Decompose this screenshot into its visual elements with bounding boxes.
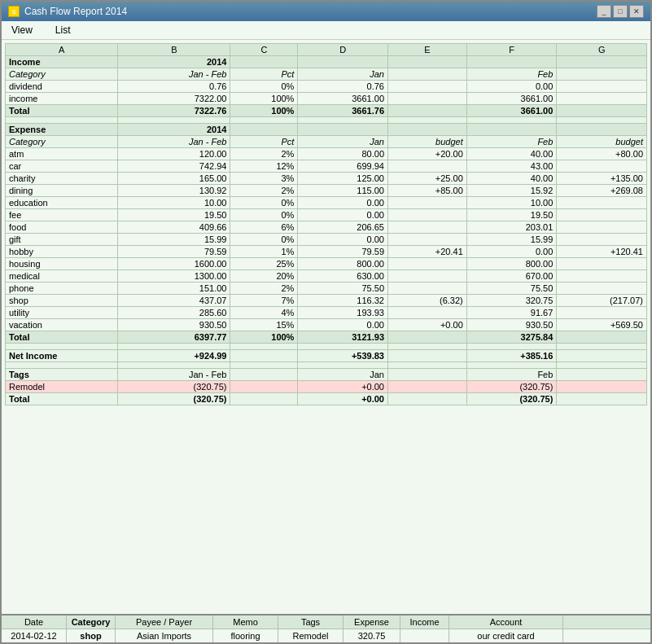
window-controls: _ □ ✕ [597, 5, 644, 18]
transaction-memo: flooring [213, 629, 278, 642]
close-button[interactable]: ✕ [629, 5, 644, 18]
bottom-col-date: Date [2, 616, 67, 629]
bottom-col-payee: Payee / Payer [116, 616, 213, 629]
expense-total-row: Total 6397.77 100% 3121.93 3275.84 [6, 331, 647, 344]
income-cat-e [388, 68, 467, 81]
expense-cat-header: Category Jan - Feb Pct Jan budget Feb bu… [6, 136, 647, 148]
bottom-col-expense: Expense [344, 616, 400, 629]
bottom-col-tags: Tags [278, 616, 344, 629]
bottom-col-category: Category [67, 616, 116, 629]
blank-row-3 [6, 362, 647, 369]
income-cat-c: Pct [230, 68, 298, 81]
app-icon: $ [8, 6, 20, 17]
title-bar-left: $ Cash Flow Report 2014 [8, 6, 127, 17]
transaction-payee: Asian Imports [116, 629, 213, 642]
col-header-c: C [230, 44, 298, 56]
income-dividend-row: dividend 0.76 0% 0.76 0.00 [6, 81, 647, 93]
col-header-e: E [388, 44, 467, 56]
bottom-panel: Date Category Payee / Payer Memo Tags Ex… [2, 614, 650, 642]
expense-fee-row: fee 19.50 0% 0.00 19.50 [6, 209, 647, 221]
income-cat-a: Category [6, 68, 118, 81]
transaction-expense: 320.75 [344, 629, 400, 642]
minimize-button[interactable]: _ [597, 5, 611, 18]
expense-hobby-row: hobby 79.59 1% 79.59 +20.41 0.00 +120.41 [6, 246, 647, 258]
income-year-g [557, 56, 647, 68]
income-income-row: income 7322.00 100% 3661.00 3661.00 [6, 93, 647, 105]
expense-header-row: Expense 2014 [6, 124, 647, 136]
transaction-account: our credit card [449, 629, 563, 642]
column-header-row: A B C D E F G [6, 44, 647, 56]
transaction-date: 2014-02-12 [2, 629, 67, 642]
col-header-a: A [6, 44, 118, 56]
menu-bar: View List [2, 21, 650, 40]
col-header-d: D [298, 44, 388, 56]
bottom-data-row: 2014-02-12 shop Asian Imports flooring R… [2, 629, 650, 642]
tags-header-row: Tags Jan - Feb Jan Feb [6, 369, 647, 381]
income-cat-f: Feb [466, 68, 557, 81]
expense-label: Expense [6, 124, 118, 136]
window-title: Cash Flow Report 2014 [24, 6, 127, 17]
bottom-col-account: Account [449, 616, 563, 629]
expense-charity-row: charity 165.00 3% 125.00 +25.00 40.00 +1… [6, 173, 647, 185]
income-year-d [298, 56, 388, 68]
bottom-col-memo: Memo [213, 616, 278, 629]
income-total-row: Total 7322.76 100% 3661.76 3661.00 [6, 105, 647, 117]
blank-row-2 [6, 344, 647, 350]
transaction-tags: Remodel [278, 629, 344, 642]
income-year-f [466, 56, 557, 68]
income-cat-b: Jan - Feb [118, 68, 230, 81]
expense-medical-row: medical 1300.00 20% 630.00 670.00 [6, 270, 647, 283]
col-header-f: F [466, 44, 557, 56]
menu-list[interactable]: List [52, 24, 74, 37]
income-year-c [230, 56, 298, 68]
expense-utility-row: utility 285.60 4% 193.93 91.67 [6, 307, 647, 319]
transaction-income [400, 629, 449, 642]
report-table: A B C D E F G Income 2014 C [5, 43, 647, 405]
expense-housing-row: housing 1600.00 25% 800.00 800.00 [6, 258, 647, 270]
expense-atm-row: atm 120.00 2% 80.00 +20.00 40.00 +80.00 [6, 148, 647, 160]
income-year: 2014 [118, 56, 230, 68]
report-content: A B C D E F G Income 2014 C [2, 40, 650, 614]
col-header-g: G [557, 44, 647, 56]
blank-row-1 [6, 117, 647, 124]
income-header-row: Income 2014 [6, 56, 647, 68]
net-income-row: Net Income +924.99 +539.83 +385.16 [6, 350, 647, 362]
expense-car-row: car 742.94 12% 699.94 43.00 [6, 160, 647, 173]
expense-shop-row: shop 437.07 7% 116.32 (6.32) 320.75 (217… [6, 295, 647, 307]
income-label: Income [6, 56, 118, 68]
menu-view[interactable]: View [8, 24, 36, 37]
tags-remodel-row: Remodel (320.75) +0.00 (320.75) [6, 381, 647, 393]
transaction-category: shop [67, 629, 116, 642]
expense-dining-row: dining 130.92 2% 115.00 +85.00 15.92 +26… [6, 185, 647, 197]
income-cat-g [557, 68, 647, 81]
expense-year: 2014 [118, 124, 230, 136]
main-window: $ Cash Flow Report 2014 _ □ ✕ View List … [0, 0, 652, 644]
col-header-b: B [118, 44, 230, 56]
expense-gift-row: gift 15.99 0% 0.00 15.99 [6, 234, 647, 246]
expense-food-row: food 409.66 6% 206.65 203.01 [6, 221, 647, 234]
income-cat-header: Category Jan - Feb Pct Jan Feb [6, 68, 647, 81]
bottom-header: Date Category Payee / Payer Memo Tags Ex… [2, 616, 650, 629]
income-cat-d: Jan [298, 68, 388, 81]
tags-total-row: Total (320.75) +0.00 (320.75) [6, 393, 647, 405]
maximize-button[interactable]: □ [613, 5, 628, 18]
title-bar: $ Cash Flow Report 2014 _ □ ✕ [2, 2, 650, 21]
expense-phone-row: phone 151.00 2% 75.50 75.50 [6, 283, 647, 295]
expense-vacation-row: vacation 930.50 15% 0.00 +0.00 930.50 +5… [6, 319, 647, 331]
income-year-e [388, 56, 467, 68]
expense-education-row: education 10.00 0% 0.00 10.00 [6, 197, 647, 209]
bottom-col-income: Income [400, 616, 449, 629]
